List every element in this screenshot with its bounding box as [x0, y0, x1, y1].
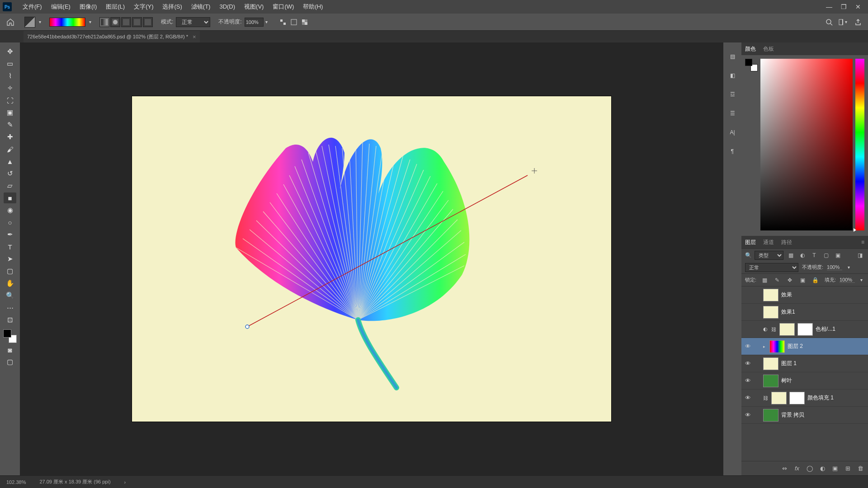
doc-tab[interactable]: 726e58e41bbedadd3b727eb212a0a865.psd @ 1… — [24, 31, 200, 42]
expand-icon[interactable]: ▸ — [763, 344, 767, 349]
layer-thumb[interactable] — [763, 409, 778, 422]
screenmode-toggle[interactable]: ▢ — [4, 357, 16, 367]
dodge-tool[interactable]: ○ — [4, 217, 16, 228]
menu-image[interactable]: 图像(I) — [75, 0, 101, 14]
window-close[interactable]: ✕ — [851, 0, 865, 14]
visibility-toggle[interactable]: 👁 — [743, 360, 752, 367]
home-button[interactable] — [5, 16, 16, 28]
add-mask-button[interactable]: ◯ — [805, 464, 815, 474]
type-tool[interactable]: T — [4, 241, 16, 252]
eyedropper-tool[interactable]: ✎ — [4, 119, 16, 130]
layer-row[interactable]: 👁效果1 — [741, 304, 868, 321]
chevron-down-icon[interactable]: ▾ — [264, 19, 269, 24]
status-more[interactable]: › — [124, 479, 126, 485]
character-panel-icon[interactable]: A| — [726, 127, 738, 138]
lock-nest-icon[interactable]: ▣ — [798, 276, 807, 285]
layer-thumb[interactable] — [763, 357, 778, 370]
menu-help[interactable]: 帮助(H) — [298, 0, 327, 14]
quickmask-toggle[interactable]: ◙ — [4, 344, 16, 355]
gradient-radial[interactable] — [110, 17, 120, 27]
layer-name[interactable]: 效果1 — [781, 308, 795, 316]
layer-row[interactable]: 👁▸图层 2 — [741, 338, 868, 355]
gradient-linear[interactable] — [99, 17, 109, 27]
menu-3d[interactable]: 3D(D) — [215, 0, 240, 14]
tab-layers[interactable]: 图层 — [745, 239, 756, 246]
panel-menu-icon[interactable]: ≡ — [861, 239, 864, 245]
crop-tool[interactable]: ⛶ — [4, 95, 16, 106]
hand-tool[interactable]: ✋ — [4, 278, 16, 289]
lock-paint-icon[interactable]: ✎ — [773, 276, 782, 285]
stamp-tool[interactable]: ▲ — [4, 156, 16, 167]
menu-text[interactable]: 文字(Y) — [129, 0, 158, 14]
menu-edit[interactable]: 编辑(E) — [47, 0, 75, 14]
visibility-toggle[interactable]: 👁 — [743, 326, 752, 333]
color-field[interactable] — [760, 59, 853, 230]
visibility-toggle[interactable]: 👁 — [743, 412, 752, 418]
filter-pixel-icon[interactable]: ▦ — [786, 251, 795, 260]
color-swatch-pair[interactable] — [745, 59, 758, 71]
blend-mode-select[interactable]: 正常 — [176, 17, 210, 27]
dither-toggle[interactable] — [288, 17, 299, 28]
visibility-toggle[interactable]: 👁 — [743, 309, 752, 315]
visibility-toggle[interactable]: 👁 — [743, 394, 752, 401]
layer-row[interactable]: 👁图层 1 — [741, 355, 868, 372]
layer-row[interactable]: 👁树叶 — [741, 372, 868, 389]
visibility-toggle[interactable]: 👁 — [743, 377, 752, 384]
gradient-tool[interactable]: ■ — [4, 192, 16, 203]
new-group-button[interactable]: ▣ — [830, 464, 840, 474]
path-tool[interactable]: ➤ — [4, 253, 16, 264]
filter-toggle[interactable]: ◨ — [855, 251, 864, 260]
move-tool[interactable]: ✥ — [4, 46, 16, 57]
layer-name[interactable]: 图层 1 — [781, 360, 797, 367]
hue-slider[interactable] — [855, 59, 864, 230]
layer-row[interactable]: 👁效果 — [741, 286, 868, 304]
tab-close-button[interactable]: × — [193, 33, 196, 40]
lock-pos-icon[interactable]: ✥ — [785, 276, 794, 285]
filter-adjust-icon[interactable]: ◐ — [798, 251, 807, 260]
paragraph-panel-icon[interactable]: ¶ — [726, 145, 738, 157]
layer-thumb[interactable] — [797, 323, 813, 336]
layer-name[interactable]: 图层 2 — [788, 343, 803, 350]
more-tools[interactable]: ⋯ — [4, 302, 16, 313]
layer-thumb[interactable] — [769, 340, 785, 353]
lock-trans-icon[interactable]: ▦ — [760, 276, 769, 285]
opacity-input[interactable] — [245, 18, 264, 27]
history-brush-tool[interactable]: ↺ — [4, 168, 16, 179]
eraser-tool[interactable]: ▱ — [4, 180, 16, 191]
visibility-toggle[interactable]: 👁 — [743, 343, 752, 350]
heal-tool[interactable]: ✚ — [4, 131, 16, 142]
tab-channels[interactable]: 通道 — [763, 239, 774, 246]
tab-paths[interactable]: 路径 — [781, 239, 792, 246]
canvas-area[interactable] — [20, 42, 723, 475]
history-panel-icon[interactable]: ▤ — [726, 51, 738, 62]
layer-name[interactable]: 颜色填充 1 — [807, 394, 834, 402]
layer-thumb[interactable] — [771, 392, 787, 404]
layer-fx-button[interactable]: fx — [792, 464, 802, 474]
reverse-toggle[interactable] — [278, 17, 288, 28]
tool-preset[interactable] — [24, 17, 35, 28]
visibility-toggle[interactable]: 👁 — [743, 291, 752, 298]
filter-type-icon[interactable]: T — [810, 251, 819, 260]
zoom-tool[interactable]: 🔍 — [4, 290, 16, 301]
gradient-preview[interactable] — [49, 18, 85, 27]
status-zoom[interactable]: 102.38% — [6, 479, 26, 485]
lasso-tool[interactable]: ⌇ — [4, 70, 16, 81]
blend-mode-select[interactable]: 正常 — [745, 263, 798, 272]
menu-view[interactable]: 视图(V) — [240, 0, 268, 14]
layer-thumb[interactable] — [779, 323, 795, 336]
tab-color[interactable]: 颜色 — [745, 45, 756, 53]
chevron-down-icon[interactable]: ▾ — [37, 19, 43, 24]
menu-file[interactable]: 文件(F) — [18, 0, 47, 14]
layer-thumb[interactable] — [763, 289, 778, 301]
wand-tool[interactable]: ✧ — [4, 83, 16, 94]
new-adjust-button[interactable]: ◐ — [817, 464, 827, 474]
brush-tool[interactable]: 🖌 — [4, 144, 16, 155]
layer-name[interactable]: 背景 拷贝 — [781, 411, 804, 419]
share-button[interactable] — [853, 17, 863, 28]
layer-row[interactable]: 👁◐⛓色相/...1 — [741, 321, 868, 338]
status-dims[interactable]: 27.09 厘米 x 18.39 厘米 (96 ppi) — [39, 479, 110, 485]
layer-name[interactable]: 树叶 — [781, 377, 792, 385]
workspace-button[interactable]: ▾ — [838, 17, 849, 28]
tab-swatch[interactable]: 色板 — [763, 45, 774, 53]
menu-layer[interactable]: 图层(L) — [101, 0, 129, 14]
